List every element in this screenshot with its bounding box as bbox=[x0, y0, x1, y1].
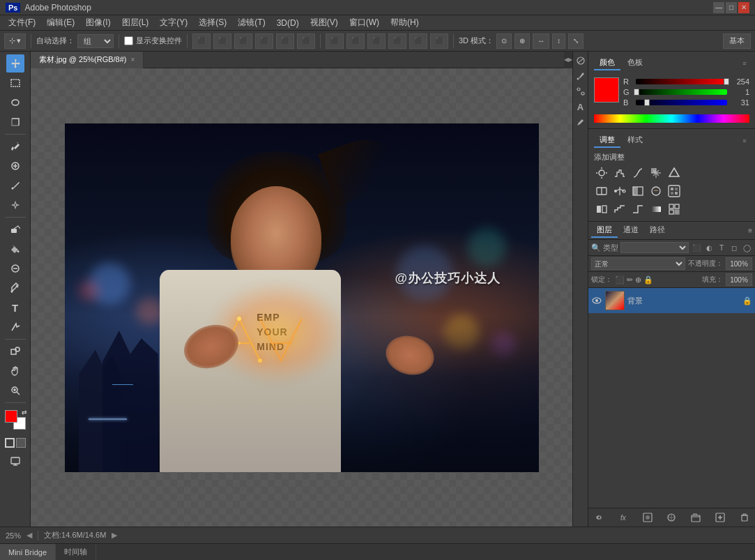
b-slider-thumb[interactable] bbox=[644, 99, 650, 106]
layers-panel-menu-icon[interactable]: ≡ bbox=[748, 227, 752, 234]
align-bottom-btn[interactable]: ⬛ bbox=[297, 33, 315, 49]
align-top-btn[interactable]: ⬛ bbox=[255, 33, 273, 49]
opacity-input[interactable] bbox=[726, 257, 752, 270]
menu-layer[interactable]: 图层(L) bbox=[116, 15, 155, 30]
layer-mask-btn[interactable] bbox=[641, 511, 654, 524]
tool-brush[interactable] bbox=[6, 176, 24, 195]
tab-color[interactable]: 颜色 bbox=[594, 56, 620, 70]
layer-filter-pixel-btn[interactable]: ⬛ bbox=[691, 242, 702, 253]
tab-paths[interactable]: 路径 bbox=[644, 223, 671, 238]
doc-info-arrow[interactable]: ▶ bbox=[112, 531, 117, 540]
tool-fill[interactable] bbox=[6, 240, 24, 258]
tool-zoom[interactable] bbox=[6, 381, 24, 400]
lock-position-icon[interactable]: ✏ bbox=[627, 275, 633, 285]
menu-3d[interactable]: 3D(D) bbox=[271, 17, 305, 29]
align-center-btn[interactable]: ⬛ bbox=[213, 33, 231, 49]
document-tab[interactable]: 素材.jpg @ 25%(RGB/8#) × bbox=[31, 52, 144, 68]
adj-posterize-icon[interactable] bbox=[612, 202, 627, 217]
align-middle-btn[interactable]: ⬛ bbox=[276, 33, 294, 49]
distrib-4-btn[interactable]: ⬛ bbox=[388, 33, 406, 49]
tool-text[interactable]: T bbox=[6, 298, 24, 317]
tool-eyedropper[interactable] bbox=[6, 137, 24, 156]
new-layer-btn[interactable] bbox=[714, 511, 726, 524]
quick-mask-icon[interactable] bbox=[16, 438, 26, 448]
blend-mode-select[interactable]: 正常 bbox=[591, 257, 685, 270]
adj-channelmixer-icon[interactable] bbox=[666, 183, 682, 199]
lock-all-icon[interactable]: 🔒 bbox=[643, 275, 653, 285]
distrib-5-btn[interactable]: ⬛ bbox=[409, 33, 427, 49]
tool-crop[interactable] bbox=[6, 113, 24, 131]
layer-filter-adjust-btn[interactable]: ◐ bbox=[703, 242, 715, 253]
menu-window[interactable]: 窗口(W) bbox=[344, 15, 385, 30]
g-slider-thumb[interactable] bbox=[634, 89, 639, 96]
menu-image[interactable]: 图像(I) bbox=[80, 15, 116, 30]
align-right-btn[interactable]: ⬛ bbox=[234, 33, 252, 49]
tab-adjustments[interactable]: 调整 bbox=[594, 133, 620, 148]
tab-channels[interactable]: 通道 bbox=[618, 223, 644, 238]
menu-help[interactable]: 帮助(H) bbox=[385, 15, 425, 30]
show-transform-checkbox[interactable] bbox=[124, 36, 133, 45]
adj-panel-menu-icon[interactable]: ≡ bbox=[740, 136, 749, 146]
maximize-button[interactable]: □ bbox=[726, 2, 737, 13]
delete-layer-btn[interactable] bbox=[738, 511, 751, 524]
fg-color-swatch[interactable] bbox=[5, 410, 17, 423]
tool-heal[interactable] bbox=[6, 157, 24, 175]
adj-hue-icon[interactable] bbox=[594, 183, 609, 199]
tool-eraser[interactable] bbox=[6, 220, 24, 239]
lock-pixels-icon[interactable]: ⬛ bbox=[615, 275, 625, 285]
layer-adjustment-btn[interactable] bbox=[665, 511, 678, 524]
3d-rotate-btn[interactable]: ⊙ bbox=[496, 33, 512, 49]
ri-brush-icon[interactable] bbox=[574, 70, 587, 82]
panel-collapse-handle[interactable]: ◀▶ bbox=[564, 52, 572, 68]
3d-pan-btn[interactable]: ↔ bbox=[533, 33, 549, 49]
ri-adjust-icon[interactable] bbox=[574, 85, 587, 98]
fill-input[interactable] bbox=[726, 273, 752, 286]
distrib-3-btn[interactable]: ⬛ bbox=[367, 33, 386, 49]
tool-move[interactable] bbox=[6, 54, 24, 73]
color-spectrum-bar[interactable] bbox=[594, 114, 749, 123]
menu-text[interactable]: 文字(Y) bbox=[154, 15, 193, 30]
3d-slide-btn[interactable]: ↕ bbox=[552, 33, 565, 49]
tool-shape[interactable] bbox=[6, 342, 24, 361]
minimize-button[interactable]: — bbox=[713, 2, 724, 13]
tool-clone[interactable] bbox=[6, 196, 24, 214]
layer-visibility-toggle[interactable] bbox=[591, 295, 602, 306]
layer-effects-btn[interactable]: fx bbox=[617, 511, 630, 524]
ri-pen-icon[interactable] bbox=[574, 116, 587, 128]
r-slider-track[interactable] bbox=[636, 79, 727, 84]
new-group-btn[interactable] bbox=[689, 511, 702, 524]
adj-threshold-icon[interactable] bbox=[630, 202, 646, 217]
layer-filter-shape-btn[interactable]: ◻ bbox=[729, 242, 740, 253]
menu-file[interactable]: 文件(F) bbox=[3, 15, 41, 30]
screen-mode-btn[interactable] bbox=[6, 452, 24, 470]
adj-bw-icon[interactable] bbox=[630, 183, 646, 199]
adj-brightness-icon[interactable] bbox=[594, 165, 609, 181]
tool-hand[interactable] bbox=[6, 362, 24, 380]
tab-styles[interactable]: 样式 bbox=[622, 133, 648, 148]
move-tool-btn[interactable]: ⊹ ▾ bbox=[4, 33, 26, 49]
link-layers-btn[interactable] bbox=[593, 511, 605, 524]
layer-type-select[interactable] bbox=[620, 242, 689, 253]
distrib-h-btn[interactable]: ⬛ bbox=[326, 33, 344, 49]
tool-select-path[interactable] bbox=[6, 318, 24, 336]
adj-vibrance-icon[interactable] bbox=[666, 165, 682, 181]
swap-colors-icon[interactable]: ⇄ bbox=[22, 409, 27, 416]
mini-bridge-tab[interactable]: Mini Bridge bbox=[0, 544, 56, 561]
layer-item-background[interactable]: 背景 🔒 bbox=[588, 288, 755, 313]
timeline-tab[interactable]: 时间轴 bbox=[56, 544, 96, 561]
auto-select-dropdown[interactable]: 组 图层 bbox=[77, 34, 114, 48]
window-controls[interactable]: — □ ✕ bbox=[713, 2, 749, 13]
menu-view[interactable]: 视图(V) bbox=[305, 15, 344, 30]
ri-color-icon[interactable] bbox=[574, 54, 587, 67]
ri-text-icon[interactable]: A bbox=[574, 100, 587, 113]
lock-artboard-icon[interactable]: ⊕ bbox=[635, 275, 641, 285]
close-button[interactable]: ✕ bbox=[738, 2, 749, 13]
layer-lock-icon[interactable]: 🔒 bbox=[742, 296, 752, 305]
b-slider-track[interactable] bbox=[636, 100, 727, 105]
3d-roll-btn[interactable]: ⊕ bbox=[514, 33, 530, 49]
adj-photofilter-icon[interactable] bbox=[648, 183, 664, 199]
layer-filter-text-btn[interactable]: T bbox=[716, 242, 727, 253]
fg-bg-colors[interactable]: ⇄ bbox=[3, 409, 27, 432]
adj-curves-icon[interactable] bbox=[630, 165, 646, 181]
color-preview-swatch[interactable] bbox=[594, 77, 619, 103]
